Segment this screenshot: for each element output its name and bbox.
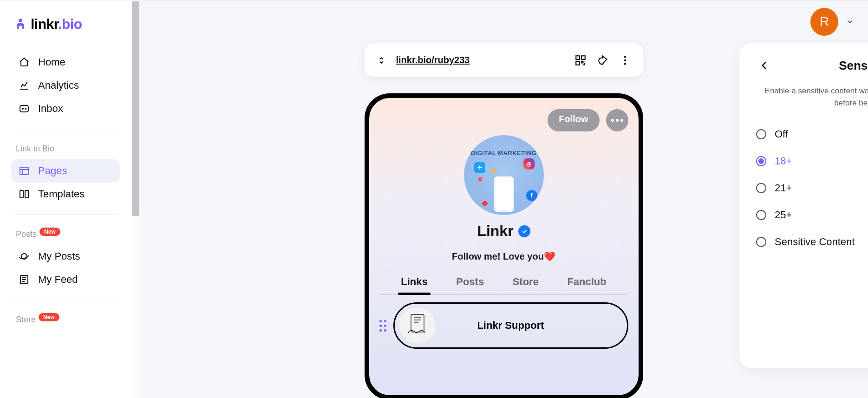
sidebar-section-posts: Posts New: [16, 229, 120, 239]
svg-point-0: [19, 19, 22, 22]
svg-point-2: [22, 108, 23, 109]
radio-option-21[interactable]: 21+: [756, 175, 868, 202]
radio-option-18[interactable]: 18+: [756, 148, 868, 175]
radio-label: Off: [775, 128, 788, 140]
panel-description: Enable a sensitive content warning to sh…: [756, 85, 868, 109]
main-area: linkr.bio/ruby233 Follow DIGITAL MARKETI…: [139, 0, 868, 398]
svg-point-12: [624, 56, 626, 58]
phone-preview: Follow DIGITAL MARKETING ✦ ◎ f Linkr: [365, 93, 643, 398]
planet-icon: [19, 251, 30, 262]
svg-point-3: [25, 108, 26, 109]
follow-button[interactable]: Follow: [548, 109, 599, 131]
svg-rect-10: [581, 56, 585, 59]
more-vertical-icon[interactable]: [619, 54, 631, 66]
svg-rect-1: [20, 105, 28, 112]
instagram-icon: ◎: [523, 158, 535, 170]
sidebar-item-templates[interactable]: Templates: [11, 183, 120, 206]
profile-bio: Follow me! Love you❤️: [379, 251, 628, 262]
tab-fanclub[interactable]: Fanclub: [564, 272, 609, 294]
panel-title: Sensitive Material: [839, 59, 868, 73]
reorder-icon[interactable]: [377, 56, 386, 65]
profile-more-button[interactable]: [606, 109, 628, 131]
sidebar-scrollbar-gutter: [131, 0, 139, 398]
sidebar-item-inbox[interactable]: Inbox: [11, 97, 120, 120]
avatar-caption: DIGITAL MARKETING: [464, 150, 544, 157]
user-avatar-button[interactable]: R: [810, 8, 838, 36]
sidebar: linkr.bio Home Analytics Inbox Link in B…: [0, 0, 139, 398]
brand-text: linkr.bio: [31, 16, 82, 32]
svg-rect-6: [25, 190, 28, 198]
decor-dot: [492, 169, 496, 173]
new-badge: New: [39, 228, 60, 236]
svg-rect-9: [576, 56, 580, 59]
sidebar-item-label: Templates: [38, 188, 85, 200]
sidebar-item-label: My Feed: [38, 274, 78, 286]
tab-posts[interactable]: Posts: [453, 272, 487, 294]
sidebar-item-home[interactable]: Home: [11, 51, 120, 74]
twitter-icon: ✦: [474, 162, 485, 173]
sidebar-item-label: Analytics: [38, 79, 79, 91]
svg-rect-11: [576, 61, 580, 65]
inbox-icon: [19, 103, 30, 114]
radio-option-off[interactable]: Off: [756, 121, 868, 148]
svg-point-14: [624, 63, 626, 65]
radio-icon: [756, 129, 766, 139]
radio-label: Sensitive Content: [775, 236, 855, 248]
section-store-label: Store: [16, 315, 36, 325]
feed-icon: [19, 274, 30, 285]
svg-rect-4: [20, 167, 28, 175]
profile-avatar[interactable]: DIGITAL MARKETING ✦ ◎ f: [464, 135, 544, 215]
link-block[interactable]: Linkr Support: [393, 302, 628, 349]
radio-option-sensitive[interactable]: Sensitive Content: [756, 228, 868, 255]
profile-name: Linkr: [477, 222, 513, 240]
preview-tabs: Links Posts Store Fanclub: [379, 272, 628, 295]
sidebar-scrollbar-thumb[interactable]: [132, 1, 139, 216]
brand-person-icon: [13, 17, 28, 32]
qr-icon[interactable]: [574, 54, 587, 66]
radio-label: 25+: [775, 209, 792, 221]
svg-point-13: [624, 59, 626, 61]
radio-icon: [756, 183, 766, 193]
sidebar-item-label: Home: [38, 56, 65, 68]
sidebar-section-store: Store New: [16, 315, 120, 325]
sidebar-item-label: Inbox: [38, 103, 63, 115]
radio-label: 18+: [775, 155, 792, 167]
link-block-label: Linkr Support: [477, 320, 544, 332]
radio-option-25[interactable]: 25+: [756, 202, 868, 228]
sidebar-item-myposts[interactable]: My Posts: [11, 245, 120, 268]
chevron-down-icon[interactable]: [846, 18, 854, 26]
sidebar-divider: [13, 300, 118, 300]
sidebar-item-label: My Posts: [38, 250, 80, 262]
analytics-icon: [19, 80, 30, 91]
brand-logo[interactable]: linkr.bio: [13, 16, 120, 32]
sidebar-divider: [13, 214, 118, 215]
templates-icon: [19, 189, 30, 200]
sidebar-divider: [13, 129, 118, 129]
tab-links[interactable]: Links: [398, 272, 430, 294]
page-url-link[interactable]: linkr.bio/ruby233: [396, 55, 564, 65]
radio-icon: [756, 210, 766, 220]
facebook-icon: f: [526, 190, 537, 201]
share-icon[interactable]: [597, 54, 609, 66]
verified-badge-icon: [518, 225, 530, 237]
pages-icon: [19, 165, 30, 176]
tab-store[interactable]: Store: [510, 272, 542, 294]
sidebar-item-pages[interactable]: Pages: [11, 159, 120, 183]
section-posts-label: Posts: [16, 229, 37, 239]
sidebar-item-myfeed[interactable]: My Feed: [11, 268, 120, 291]
chevron-left-icon: [758, 59, 770, 72]
drag-handle-icon[interactable]: [379, 320, 389, 332]
sidebar-item-label: Pages: [38, 165, 67, 177]
back-button[interactable]: [756, 57, 773, 74]
sidebar-item-analytics[interactable]: Analytics: [11, 74, 120, 97]
sidebar-section-linkinbio: Link in Bio: [16, 144, 120, 154]
link-thumb-illustration: [399, 307, 436, 344]
new-badge: New: [39, 313, 59, 321]
settings-panel: Sensitive Material Enable a sensitive co…: [739, 43, 868, 368]
decor-dot: [481, 200, 488, 207]
home-icon: [19, 57, 30, 68]
radio-label: 21+: [775, 182, 792, 194]
topbar: R: [810, 8, 854, 36]
page-url-bar: linkr.bio/ruby233: [365, 43, 643, 77]
svg-rect-5: [20, 190, 23, 198]
